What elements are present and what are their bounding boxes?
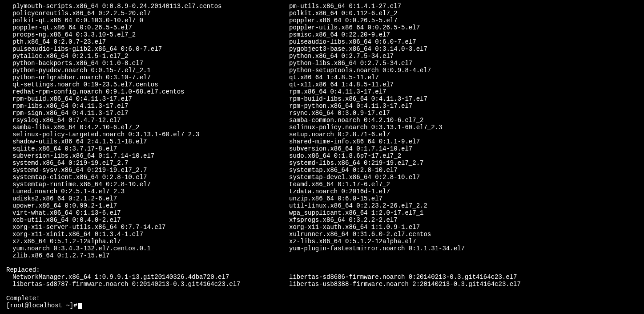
package-line: pulseaudio-libs-glib2.x86_64 0:6.0-7.el7 — [12, 45, 289, 53]
package-line: pygobject3-base.x86_64 0:3.14.0-3.el7 — [289, 45, 465, 53]
package-line: selinux-policy-targeted.noarch 0:3.13.1-… — [12, 131, 289, 138]
package-line: xorg-x11-xauth.x86_64 1:1.0.9-1.el7 — [289, 224, 465, 231]
package-line: teamd.x86_64 0:1.17-6.el7_2 — [289, 181, 465, 188]
package-line: tzdata.noarch 0:2016d-1.el7 — [289, 188, 465, 195]
package-line: poppler.x86_64 0:0.26.5-5.el7 — [289, 17, 465, 24]
package-line: pm-utils.x86_64 0:1.4.1-27.el7 — [289, 3, 465, 10]
package-line: rpm.x86_64 0:4.11.3-17.el7 — [289, 88, 465, 95]
package-line: shared-mime-info.x86_64 0:1.1-9.el7 — [289, 138, 465, 145]
package-line: yum.noarch 0:3.4.3-132.el7.centos.0.1 — [12, 245, 289, 252]
package-line: systemtap-runtime.x86_64 0:2.8-10.el7 — [12, 181, 289, 188]
package-line: samba-libs.x86_64 0:4.2.10-6.el7_2 — [12, 124, 289, 131]
package-line: polkit.x86_64 0:0.112-6.el7_2 — [289, 10, 465, 17]
package-line: virt-what.x86_64 0:1.13-6.el7 — [12, 209, 289, 216]
package-line: pulseaudio-libs.x86_64 0:6.0-7.el7 — [289, 38, 465, 45]
package-line: xorg-x11-server-utils.x86_64 0:7.7-14.el… — [12, 224, 289, 231]
package-line: poppler-utils.x86_64 0:0.26.5-5.el7 — [289, 24, 465, 31]
package-line: unzip.x86_64 0:6.0-15.el7 — [289, 195, 465, 202]
package-line: xfsprogs.x86_64 0:3.2.2-2.el7 — [289, 216, 465, 224]
shell-prompt[interactable]: [root@localhost ~]# — [0, 302, 644, 309]
package-line: wpa_supplicant.x86_64 1:2.0-17.el7_1 — [289, 209, 465, 216]
package-line: zlib.x86_64 0:1.2.7-15.el7 — [12, 252, 289, 259]
package-line: NetworkManager.x86_64 1:0.9.9.1-13.git20… — [12, 273, 289, 281]
package-line: subversion-libs.x86_64 0:1.7.14-10.el7 — [12, 152, 289, 159]
package-line: systemd-sysv.x86_64 0:219-19.el7_2.7 — [12, 167, 289, 174]
package-line: samba-common.noarch 0:4.2.10-6.el7_2 — [289, 117, 465, 124]
package-line: udisks2.x86_64 0:2.1.2-6.el7 — [12, 195, 289, 202]
package-line: upower.x86_64 0:0.99.2-1.el7 — [12, 202, 289, 209]
package-line: rpm-libs.x86_64 0:4.11.3-17.el7 — [12, 102, 289, 110]
package-line: rpm-python.x86_64 0:4.11.3-17.el7 — [289, 102, 465, 110]
package-line: rpm-build-libs.x86_64 0:4.11.3-17.el7 — [289, 95, 465, 102]
package-line: rpm-build.x86_64 0:4.11.3-17.el7 — [12, 95, 289, 102]
cursor-icon — [78, 303, 82, 309]
package-line: python-pyudev.noarch 0:0.15-7.el7_2.1 — [12, 67, 289, 74]
package-line: subversion.x86_64 0:1.7.14-10.el7 — [289, 145, 465, 152]
package-line: setup.noarch 0:2.8.71-6.el7 — [289, 131, 465, 138]
package-line: systemd-libs.x86_64 0:219-19.el7_2.7 — [289, 159, 465, 167]
package-line: redhat-rpm-config.noarch 0:9.1.0-68.el7.… — [12, 88, 289, 95]
package-line: python-setuptools.noarch 0:0.9.8-4.el7 — [289, 67, 465, 74]
package-line: rsyslog.x86_64 0:7.4.7-12.el7 — [12, 117, 289, 124]
package-line: pth.x86_64 0:2.0.7-23.el7 — [12, 38, 289, 45]
package-line: sqlite.x86_64 0:3.7.17-8.el7 — [12, 145, 289, 152]
package-columns: plymouth-scripts.x86_64 0:0.8.9-0.24.201… — [0, 3, 644, 259]
package-line: xz-libs.x86_64 0:5.1.2-12alpha.el7 — [289, 238, 465, 245]
package-line: rpm-sign.x86_64 0:4.11.3-17.el7 — [12, 110, 289, 117]
package-line: systemtap-client.x86_64 0:2.8-10.el7 — [12, 174, 289, 181]
package-line: systemtap-devel.x86_64 0:2.8-10.el7 — [289, 174, 465, 181]
package-line: sudo.x86_64 0:1.8.6p7-17.el7_2 — [289, 152, 465, 159]
package-line: rsync.x86_64 0:3.0.9-17.el7 — [289, 110, 465, 117]
package-line: poppler-qt.x86_64 0:0.26.5-5.el7 — [12, 24, 289, 31]
package-list-right: pm-utils.x86_64 0:1.4.1-27.el7polkit.x86… — [289, 3, 465, 252]
package-line: util-linux.x86_64 0:2.23.2-26.el7_2.2 — [289, 202, 465, 209]
package-line: pytalloc.x86_64 0:2.1.5-1.el7_2 — [12, 53, 289, 60]
package-line: shadow-utils.x86_64 2:4.1.5.1-18.el7 — [12, 138, 289, 145]
replaced-list-right: libertas-sd8686-firmware.noarch 0:201402… — [289, 273, 521, 288]
package-line: libertas-sd8686-firmware.noarch 0:201402… — [289, 273, 521, 281]
package-line: xorg-x11-xinit.x86_64 0:1.3.4-1.el7 — [12, 231, 289, 238]
replaced-list-left: NetworkManager.x86_64 1:0.9.9.1-13.git20… — [0, 273, 289, 288]
package-line: procps-ng.x86_64 0:3.3.10-5.el7_2 — [12, 31, 289, 38]
package-line: psmisc.x86_64 0:22.20-9.el7 — [289, 31, 465, 38]
package-line: xcb-util.x86_64 0:0.4.0-2.el7 — [12, 216, 289, 224]
package-line: systemd.x86_64 0:219-19.el7_2.7 — [12, 159, 289, 167]
prompt-text: [root@localhost ~]# — [6, 302, 77, 309]
package-line: xz.x86_64 0:5.1.2-12alpha.el7 — [12, 238, 289, 245]
replaced-header: Replaced: — [0, 266, 644, 273]
package-line: python-urlgrabber.noarch 0:3.10-7.el7 — [12, 74, 289, 81]
package-list-left: plymouth-scripts.x86_64 0:0.8.9-0.24.201… — [0, 3, 289, 259]
package-line: systemtap.x86_64 0:2.8-10.el7 — [289, 167, 465, 174]
package-line: xulrunner.x86_64 0:31.6.0-2.el7.centos — [289, 231, 465, 238]
package-line: qt.x86_64 1:4.8.5-11.el7 — [289, 74, 465, 81]
replaced-columns: NetworkManager.x86_64 1:0.9.9.1-13.git20… — [0, 273, 644, 288]
package-line: polkit-qt.x86_64 0:0.103.0-10.el7_0 — [12, 17, 289, 24]
complete-line: Complete! — [0, 295, 644, 302]
package-line: libertas-usb8388-firmware.noarch 2:20140… — [289, 281, 521, 288]
package-line: yum-plugin-fastestmirror.noarch 0:1.1.31… — [289, 245, 465, 252]
package-line: python-libs.x86_64 0:2.7.5-34.el7 — [289, 60, 465, 67]
package-line: qt-x11.x86_64 1:4.8.5-11.el7 — [289, 81, 465, 88]
package-line: qt-settings.noarch 0:19-23.5.el7.centos — [12, 81, 289, 88]
package-line: policycoreutils.x86_64 0:2.2.5-20.el7 — [12, 10, 289, 17]
package-line: python.x86_64 0:2.7.5-34.el7 — [289, 53, 465, 60]
package-line: selinux-policy.noarch 0:3.13.1-60.el7_2.… — [289, 124, 465, 131]
package-line: python-backports.x86_64 0:1.0-8.el7 — [12, 60, 289, 67]
package-line: libertas-sd8787-firmware.noarch 0:201402… — [12, 281, 289, 288]
package-line: tuned.noarch 0:2.5.1-4.el7_2.3 — [12, 188, 289, 195]
package-line: plymouth-scripts.x86_64 0:0.8.9-0.24.201… — [12, 3, 289, 10]
